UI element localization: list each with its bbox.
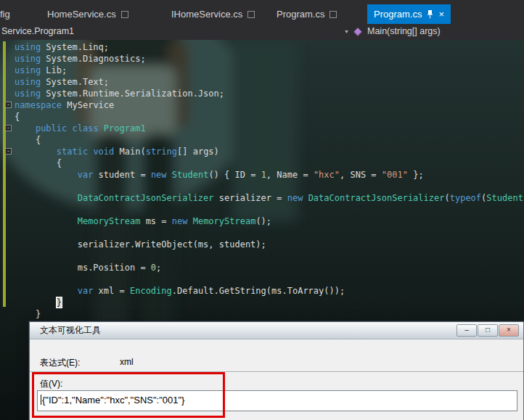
window-buttons: – □ × bbox=[457, 324, 519, 337]
gutter: - bbox=[0, 99, 15, 111]
vs-window: figHomeService.csIHomeService.csProgram.… bbox=[0, 0, 524, 420]
gutter bbox=[0, 239, 15, 250]
gutter bbox=[0, 157, 15, 169]
tab-label: fig bbox=[0, 9, 10, 20]
code-line: var student = new Student() { ID = 1, Na… bbox=[0, 169, 524, 181]
separator bbox=[30, 371, 523, 373]
code-line bbox=[0, 204, 524, 215]
code-area[interactable]: using System.Linq;using System.Diagnosti… bbox=[0, 41, 524, 320]
tab-bar: figHomeService.csIHomeService.csProgram.… bbox=[0, 0, 524, 24]
code-line: -namespace MyService bbox=[0, 99, 524, 111]
gutter bbox=[0, 273, 15, 285]
gutter bbox=[0, 41, 15, 53]
code-line bbox=[0, 250, 524, 262]
gutter bbox=[0, 111, 15, 123]
tab-program-cs[interactable]: Program.cs bbox=[270, 4, 343, 24]
gutter: - bbox=[0, 123, 15, 134]
pin-icon[interactable] bbox=[427, 10, 433, 19]
gutter bbox=[0, 262, 15, 273]
close-icon[interactable]: × bbox=[438, 9, 444, 19]
pin-icon[interactable] bbox=[247, 11, 255, 18]
code-line: { bbox=[0, 111, 524, 123]
gutter bbox=[0, 227, 15, 239]
tab-homeservice-cs[interactable]: HomeService.cs bbox=[41, 4, 135, 24]
gutter bbox=[0, 204, 15, 215]
gutter bbox=[0, 134, 15, 146]
code-line bbox=[0, 227, 524, 239]
value-label: 值(V): bbox=[40, 378, 62, 390]
minimize-icon[interactable]: – bbox=[457, 324, 477, 337]
tab-label: Program.cs bbox=[277, 9, 324, 20]
gutter bbox=[0, 285, 15, 297]
gutter bbox=[0, 192, 15, 204]
gutter bbox=[0, 76, 15, 88]
dialog-body: 表达式(E): xml 值(V): {"ID":1,"Name":"hxc","… bbox=[30, 339, 523, 420]
fold-marker-icon[interactable]: - bbox=[5, 148, 12, 155]
code-line: var xml = Encoding.Default.GetString(ms.… bbox=[0, 285, 524, 297]
expression-value[interactable]: xml bbox=[120, 357, 134, 367]
code-line: DataContractJsonSerializer serializer = … bbox=[0, 192, 524, 204]
tab-fig[interactable]: fig bbox=[0, 4, 17, 24]
close-icon[interactable]: × bbox=[499, 324, 519, 337]
code-line: MemoryStream ms = new MemoryStream(); bbox=[0, 215, 524, 227]
code-line: } bbox=[0, 308, 524, 320]
code-line: using System.Runtime.Serialization.Json; bbox=[0, 88, 524, 99]
code-line bbox=[0, 181, 524, 192]
method-icon bbox=[353, 28, 361, 36]
code-line: using System.Diagnostics; bbox=[0, 53, 524, 65]
tab-ihomeservice-cs[interactable]: IHomeService.cs bbox=[165, 4, 261, 24]
code-line: { bbox=[0, 157, 524, 169]
gutter bbox=[0, 65, 15, 76]
gutter bbox=[0, 250, 15, 262]
code-line: ms.Position = 0; bbox=[0, 262, 524, 273]
gutter bbox=[0, 53, 15, 65]
tab-label: Program.cs bbox=[374, 9, 422, 20]
code-line: using System.Linq; bbox=[0, 41, 524, 53]
code-line: using System.Text; bbox=[0, 76, 524, 88]
gutter bbox=[0, 88, 15, 99]
gutter bbox=[0, 215, 15, 227]
code-line: serializer.WriteObject(ms, student); bbox=[0, 239, 524, 250]
pin-icon[interactable] bbox=[329, 11, 337, 18]
fold-marker-icon[interactable]: - bbox=[5, 125, 12, 131]
code-line bbox=[0, 273, 524, 285]
type-dropdown[interactable]: Service.Program1 bbox=[1, 26, 74, 36]
text-caret bbox=[41, 395, 41, 405]
gutter bbox=[0, 308, 15, 320]
dialog-title: 文本可视化工具 bbox=[40, 325, 101, 335]
tab-label: IHomeService.cs bbox=[171, 9, 242, 20]
gutter bbox=[0, 297, 15, 308]
chevron-down-icon[interactable]: ▼ bbox=[344, 29, 349, 34]
pin-icon[interactable] bbox=[121, 11, 128, 18]
tab-program-cs-active[interactable]: Program.cs× bbox=[367, 4, 451, 24]
code-line: - public class Program1 bbox=[0, 123, 524, 134]
code-line: { bbox=[0, 134, 524, 146]
gutter bbox=[0, 169, 15, 181]
maximize-icon[interactable]: □ bbox=[478, 324, 498, 337]
gutter bbox=[0, 181, 15, 192]
code-line: using Lib; bbox=[0, 65, 524, 76]
navigation-bar: Service.Program1 ▼ Main(string[] args) bbox=[0, 24, 524, 41]
text-visualizer-dialog: 文本可视化工具 – □ × 表达式(E): xml 值(V): {"ID":1,… bbox=[29, 321, 524, 420]
tab-label: HomeService.cs bbox=[47, 9, 116, 20]
value-text: {"ID":1,"Name":"hxc","SNS":"001"} bbox=[42, 395, 184, 405]
dialog-title-bar[interactable]: 文本可视化工具 – □ × bbox=[30, 322, 523, 339]
member-dropdown[interactable]: Main(string[] args) bbox=[367, 26, 441, 36]
fold-marker-icon[interactable]: - bbox=[5, 102, 12, 108]
code-line: } bbox=[0, 297, 524, 308]
gutter: - bbox=[0, 146, 15, 157]
expression-label: 表达式(E): bbox=[40, 357, 80, 369]
value-textbox[interactable]: {"ID":1,"Name":"hxc","SNS":"001"} bbox=[37, 390, 517, 411]
code-line: - static void Main(string[] args) bbox=[0, 146, 524, 157]
